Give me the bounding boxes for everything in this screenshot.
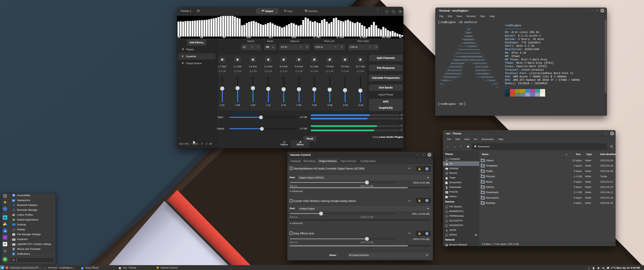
svg-text:A: A	[13, 219, 14, 221]
